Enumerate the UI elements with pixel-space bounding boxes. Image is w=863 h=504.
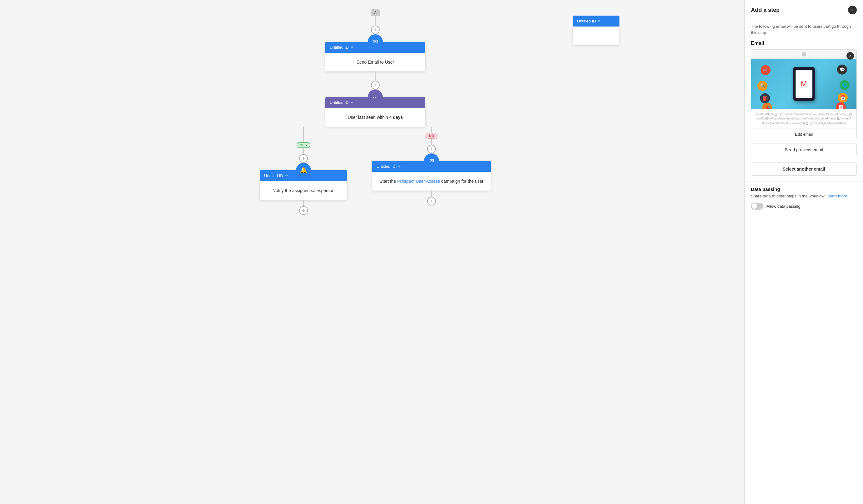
app-icon-search: 🔍 — [758, 81, 767, 91]
send-email-edit-icon[interactable]: ✏ — [351, 45, 353, 49]
add-yes-step-button[interactable]: + — [299, 154, 308, 163]
add-after-no-button[interactable]: + — [427, 197, 436, 206]
app-icon-chat: 💬 — [837, 65, 847, 75]
campaign-node-id: Untitled ID — [377, 164, 396, 169]
data-passing-text: Share data to other steps in the workflo… — [751, 194, 825, 198]
partial-node-id: Untitled ID — [577, 19, 596, 23]
workflow-container: A + ✉ Untitled ID ✏ Send Email to User + — [0, 0, 745, 504]
partial-node-wrapper: Untitled ID ✏ — [573, 16, 620, 45]
add-step-button-1[interactable]: + — [371, 26, 380, 34]
data-passing-title: Data passing — [751, 186, 857, 192]
notify-step-icon: 🔔 — [296, 163, 311, 178]
notify-node-body: Notify the assigned salesperson — [260, 181, 347, 200]
notify-edit-icon[interactable]: ✏ — [285, 174, 288, 178]
select-another-button[interactable]: Select another email — [751, 163, 857, 176]
notify-label: Notify the assigned salesperson — [273, 188, 334, 193]
yes-label: YES — [297, 142, 310, 148]
send-email-node-id: Untitled ID — [330, 45, 349, 50]
partial-node-edit-icon[interactable]: ✏ — [598, 19, 601, 23]
right-panel: Add a step × The following email will be… — [745, 0, 863, 504]
gmail-icon: M — [801, 79, 807, 88]
workflow-canvas: A + ✉ Untitled ID ✏ Send Email to User + — [0, 0, 745, 504]
app-icon-calendar: 📅 — [838, 93, 848, 103]
add-step-button-2[interactable]: + — [371, 81, 380, 90]
campaign-edit-icon[interactable]: ✏ — [398, 164, 400, 168]
condition-node-id: Untitled ID — [330, 100, 349, 105]
allow-data-passing-label: Allow data passing — [766, 204, 800, 209]
campaign-node-body: Start the Prospect User Access campaign … — [372, 172, 491, 191]
a-label: A — [371, 9, 380, 16]
phone-graphic: M — [793, 67, 815, 101]
send-email-label: Send Email to User — [357, 60, 395, 65]
email-step-icon: ✉ — [368, 34, 383, 49]
add-after-yes-button[interactable]: + — [299, 206, 308, 215]
send-email-node-body: Send Email to User — [325, 53, 425, 72]
email-preview-card: × 🛒 🔍 🎒 📣 💬 🌐 📅 🖼 M — [751, 49, 857, 140]
filter-step-icon: ⋯ — [368, 90, 383, 104]
data-passing-toggle[interactable] — [751, 203, 763, 210]
email-preview-hero: 🛒 🔍 🎒 📣 💬 🌐 📅 🖼 M — [751, 59, 856, 109]
learn-more-link[interactable]: Learn more — [826, 194, 847, 198]
email-preview-close-button[interactable]: × — [847, 52, 854, 60]
campaign-step-icon: ✉ — [424, 153, 439, 168]
add-no-step-button[interactable]: + — [427, 145, 436, 153]
panel-header: Add a step × — [745, 0, 863, 19]
phone-screen: M — [796, 70, 812, 98]
no-label: NO — [426, 133, 438, 139]
email-preview-footer: {{ partnerName }}, {% if senderStreetAdd… — [751, 109, 856, 129]
email-section-title: Email — [745, 36, 863, 49]
campaign-suffix: campaign for the user — [441, 179, 483, 184]
data-passing-desc: Share data to other steps in the workflo… — [751, 194, 857, 198]
campaign-prefix: Start the — [379, 179, 396, 184]
send-preview-button[interactable]: Send preview email — [751, 143, 857, 156]
toggle-row: Allow data passing — [751, 203, 857, 210]
condition-edit-icon[interactable]: ✏ — [351, 101, 353, 104]
condition-label: User last seen within — [348, 115, 388, 120]
condition-node-body: User last seen within 4 days — [325, 108, 425, 127]
panel-title: Add a step — [751, 7, 780, 13]
condition-days: 4 days — [389, 115, 403, 120]
app-icon-cart: 🛒 — [761, 65, 771, 75]
app-icon-image: 🖼 — [836, 102, 846, 109]
edit-email-button[interactable]: Edit email — [751, 129, 856, 140]
close-panel-button[interactable]: × — [848, 5, 857, 14]
notify-node-id: Untitled ID — [264, 173, 283, 178]
app-icon-globe: 🌐 — [840, 80, 850, 90]
campaign-link[interactable]: Prospect User Access — [397, 179, 440, 184]
app-icon-notify: 📣 — [762, 103, 772, 109]
app-icon-bag: 🎒 — [760, 93, 770, 103]
panel-description: The following email will be sent to user… — [745, 19, 863, 36]
toggle-knob — [752, 203, 757, 209]
data-passing-section: Data passing Share data to other steps i… — [745, 181, 863, 215]
email-preview-top-bar — [751, 50, 856, 59]
